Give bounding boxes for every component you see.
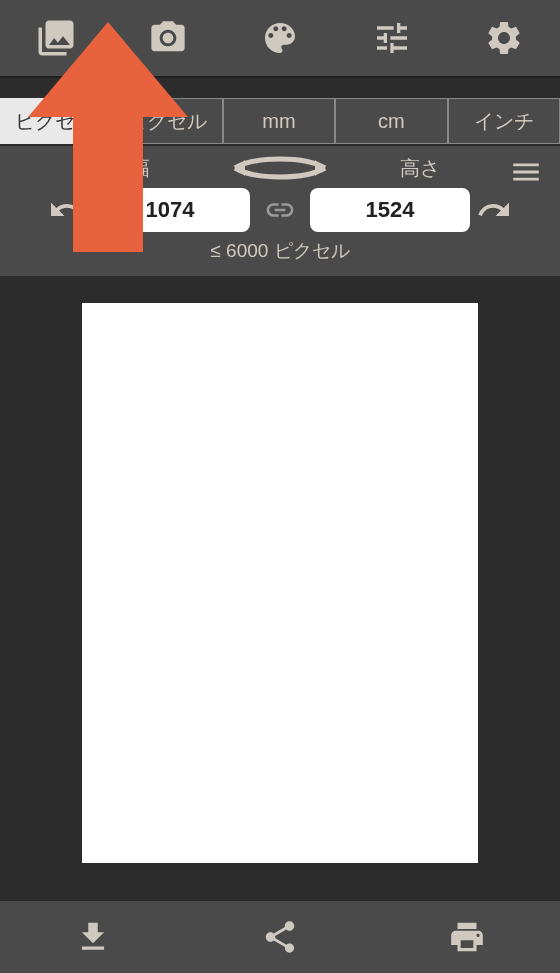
gallery-icon	[35, 17, 77, 59]
palette-button[interactable]	[252, 10, 308, 66]
link-dimensions-button[interactable]	[250, 194, 310, 226]
download-icon	[74, 918, 112, 956]
unit-mm[interactable]: mm	[223, 98, 335, 144]
svg-marker-0	[315, 160, 325, 176]
rotate-right-button[interactable]	[470, 186, 518, 234]
share-icon	[261, 918, 299, 956]
unit-inch[interactable]: インチ	[448, 98, 560, 144]
canvas[interactable]	[82, 303, 478, 863]
swap-icon	[225, 154, 335, 182]
height-input[interactable]	[310, 188, 470, 232]
unit-selector: ピクセル ピクセル mm cm インチ	[0, 98, 560, 146]
print-icon	[448, 918, 486, 956]
swap-dimensions-button[interactable]	[220, 154, 340, 182]
share-button[interactable]	[252, 909, 308, 965]
camera-icon	[148, 18, 188, 58]
top-toolbar	[0, 0, 560, 78]
size-constraint-text: ≤ 6000 ピクセル	[0, 238, 560, 270]
gallery-button[interactable]	[28, 10, 84, 66]
unit-pixel-1[interactable]: ピクセル	[0, 98, 110, 144]
size-panel: 幅 高さ ≤ 6000 ピクセル	[0, 146, 560, 276]
tune-icon	[372, 18, 412, 58]
canvas-area	[0, 276, 560, 890]
palette-icon	[260, 18, 300, 58]
gear-icon	[484, 18, 524, 58]
undo-icon	[48, 192, 84, 228]
link-icon	[264, 194, 296, 226]
unit-cm[interactable]: cm	[335, 98, 447, 144]
width-input[interactable]	[90, 188, 250, 232]
bottom-toolbar	[0, 901, 560, 973]
width-label: 幅	[60, 155, 220, 182]
download-button[interactable]	[65, 909, 121, 965]
camera-button[interactable]	[140, 10, 196, 66]
tune-button[interactable]	[364, 10, 420, 66]
unit-pixel-2[interactable]: ピクセル	[110, 98, 222, 144]
svg-marker-1	[235, 160, 245, 176]
height-label: 高さ	[340, 155, 500, 182]
print-button[interactable]	[439, 909, 495, 965]
settings-button[interactable]	[476, 10, 532, 66]
rotate-left-button[interactable]	[42, 186, 90, 234]
redo-icon	[476, 192, 512, 228]
